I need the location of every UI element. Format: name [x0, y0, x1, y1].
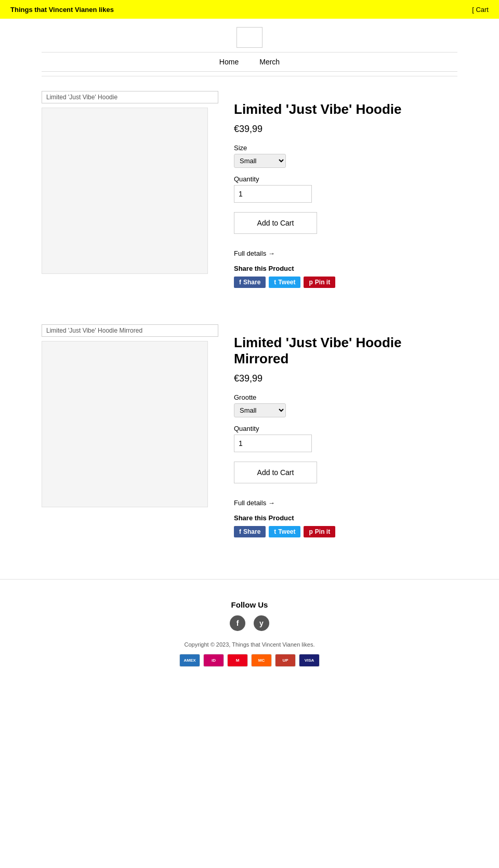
- copyright-text: Copyright © 2023, Things that Vincent Vi…: [10, 641, 489, 648]
- product-1-add-to-cart-button[interactable]: Add to Cart: [234, 212, 317, 234]
- product-2-image-col: Limited 'Just Vibe' Hoodie Mirrored: [42, 324, 218, 548]
- product-1-image: [42, 108, 208, 274]
- site-title: Things that Vincent Vianen likes: [10, 6, 114, 14]
- twitter-icon: t: [274, 279, 276, 286]
- product-1-quantity-input[interactable]: [234, 185, 312, 203]
- pinterest-icon: p: [309, 279, 312, 286]
- product-1-pinterest-share-button[interactable]: p Pin it: [304, 277, 335, 288]
- product-1-size-select[interactable]: Small Medium Large XL: [234, 154, 286, 168]
- facebook-social-icon[interactable]: f: [230, 615, 245, 631]
- mastercard-payment-icon: MC: [251, 654, 272, 667]
- nav-merch[interactable]: Merch: [259, 58, 280, 66]
- product-2-image: [42, 341, 208, 507]
- maestro-payment-icon: M: [227, 654, 248, 667]
- unionpay-payment-icon: UP: [275, 654, 296, 667]
- top-bar: Things that Vincent Vianen likes [ Cart: [0, 0, 499, 19]
- product-2-size-select[interactable]: Small Medium Large XL: [234, 403, 286, 417]
- product-2-share-label: Share this Product: [234, 514, 457, 522]
- product-2-price: €39,99: [234, 373, 457, 384]
- product-2-title: Limited 'Just Vibe' Hoodie Mirrored: [234, 335, 457, 367]
- product-1-facebook-share-button[interactable]: f Share: [234, 277, 266, 288]
- product-2-facebook-share-button[interactable]: f Share: [234, 526, 266, 537]
- product-1-price: €39,99: [234, 124, 457, 135]
- divider: [42, 76, 457, 76]
- payment-icons: AMEX iD M MC UP VISA: [10, 654, 489, 667]
- product-1-image-label: Limited 'Just Vibe' Hoodie: [42, 91, 218, 103]
- product-1-share-buttons: f Share t Tweet p Pin it: [234, 277, 457, 288]
- product-1-info: Limited 'Just Vibe' Hoodie €39,99 Size S…: [234, 91, 457, 298]
- product-1-title: Limited 'Just Vibe' Hoodie: [234, 101, 457, 117]
- product-2-info: Limited 'Just Vibe' Hoodie Mirrored €39,…: [234, 324, 457, 548]
- navigation: Home Merch: [42, 52, 457, 72]
- social-icons: f y: [10, 615, 489, 631]
- follow-us-label: Follow Us: [10, 600, 489, 609]
- visa-payment-icon: VISA: [299, 654, 320, 667]
- product-2-image-label: Limited 'Just Vibe' Hoodie Mirrored: [42, 324, 218, 337]
- nav-home[interactable]: Home: [219, 58, 239, 66]
- youtube-social-icon[interactable]: y: [254, 615, 269, 631]
- product-2-twitter-share-button[interactable]: t Tweet: [269, 526, 300, 537]
- product-1-full-details-link[interactable]: Full details →: [234, 249, 457, 257]
- logo[interactable]: [237, 27, 262, 48]
- facebook-icon: f: [239, 528, 241, 535]
- product-2-quantity-input[interactable]: [234, 435, 312, 452]
- product-2-section: Limited 'Just Vibe' Hoodie Mirrored Limi…: [0, 314, 499, 558]
- cart-link[interactable]: [ Cart: [472, 6, 489, 14]
- amex-payment-icon: AMEX: [179, 654, 200, 667]
- footer: Follow Us f y Copyright © 2023, Things t…: [0, 579, 499, 677]
- product-1-quantity-label: Quantity: [234, 175, 457, 183]
- product-2-full-details-link[interactable]: Full details →: [234, 499, 457, 507]
- product-2-pinterest-share-button[interactable]: p Pin it: [304, 526, 335, 537]
- product-1-size-label: Size: [234, 144, 457, 152]
- product-1-image-col: Limited 'Just Vibe' Hoodie: [42, 91, 218, 298]
- product-1-twitter-share-button[interactable]: t Tweet: [269, 277, 300, 288]
- product-2-add-to-cart-button[interactable]: Add to Cart: [234, 462, 317, 483]
- logo-area: [0, 19, 499, 52]
- product-2-share-buttons: f Share t Tweet p Pin it: [234, 526, 457, 537]
- product-2-quantity-label: Quantity: [234, 425, 457, 432]
- product-2-size-label: Grootte: [234, 393, 457, 401]
- product-1-section: Limited 'Just Vibe' Hoodie Limited 'Just…: [0, 81, 499, 309]
- pinterest-icon: p: [309, 528, 312, 535]
- ideal-payment-icon: iD: [203, 654, 224, 667]
- facebook-icon: f: [239, 279, 241, 286]
- twitter-icon: t: [274, 528, 276, 535]
- product-1-share-label: Share this Product: [234, 265, 457, 272]
